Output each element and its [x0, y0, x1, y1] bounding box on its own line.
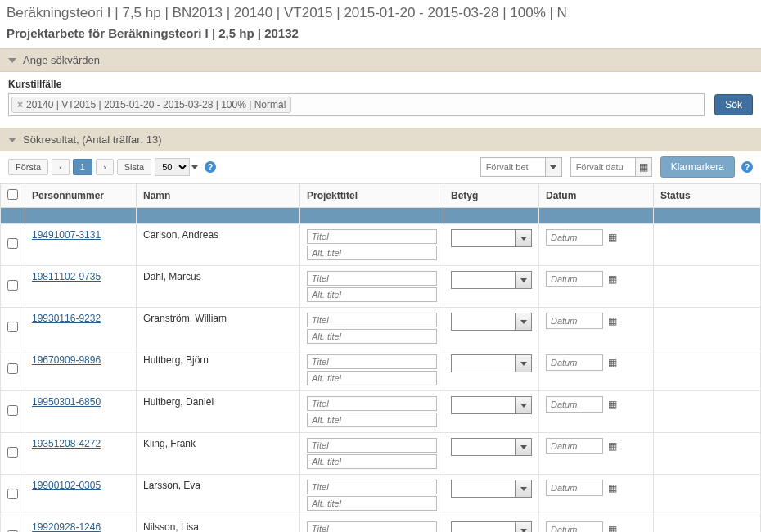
- titel-input[interactable]: [307, 271, 437, 286]
- alt-titel-input[interactable]: [307, 496, 437, 511]
- table-row: 19920928-1246Nilsson, Lisa▦: [1, 516, 761, 533]
- personnummer-link[interactable]: 19491007-3131: [32, 229, 101, 241]
- search-button[interactable]: Sök: [714, 94, 753, 115]
- table-row: 19811102-9735Dahl, Marcus▦: [1, 266, 761, 308]
- page-size-select[interactable]: 50: [155, 158, 190, 176]
- chevron-down-icon: [520, 237, 527, 241]
- calendar-icon[interactable]: ▦: [608, 232, 617, 243]
- col-projekttitel[interactable]: Projekttitel: [300, 184, 444, 208]
- row-checkbox[interactable]: [7, 363, 18, 374]
- status-cell: [654, 308, 761, 349]
- row-checkbox[interactable]: [7, 238, 18, 249]
- personnummer-link[interactable]: 19920928-1246: [32, 521, 101, 532]
- datum-input[interactable]: [546, 313, 603, 329]
- betyg-select[interactable]: [451, 229, 532, 247]
- name-cell: Hultberg, Daniel: [137, 391, 300, 433]
- status-cell: [654, 475, 761, 516]
- calendar-icon[interactable]: ▦: [608, 440, 617, 452]
- alt-titel-input[interactable]: [307, 246, 437, 260]
- default-date-input[interactable]: [571, 158, 635, 176]
- kurstillfalle-input[interactable]: × 20140 | VT2015 | 2015-01-20 - 2015-03-…: [8, 93, 705, 116]
- pager-current[interactable]: 1: [73, 159, 92, 175]
- calendar-icon[interactable]: ▦: [608, 273, 617, 285]
- status-cell: [654, 349, 761, 391]
- betyg-select[interactable]: [451, 313, 532, 331]
- page-size-dropdown-icon[interactable]: [191, 165, 198, 169]
- table-row: 19900102-0305Larsson, Eva▦: [1, 475, 761, 516]
- chevron-down-icon: [520, 529, 527, 533]
- col-namn[interactable]: Namn: [137, 184, 300, 208]
- betyg-select[interactable]: [451, 438, 532, 456]
- alt-titel-input[interactable]: [307, 329, 437, 344]
- select-all-checkbox[interactable]: [7, 189, 18, 200]
- chevron-down-icon: [520, 487, 527, 491]
- results-panel-title: Sökresultat, (Antal träffar: 13): [23, 133, 162, 146]
- alt-titel-input[interactable]: [307, 287, 437, 302]
- name-cell: Hultberg, Björn: [137, 349, 300, 391]
- default-date-combo[interactable]: ▦: [570, 157, 652, 177]
- row-checkbox[interactable]: [7, 405, 18, 416]
- datum-input[interactable]: [546, 229, 603, 246]
- col-status[interactable]: Status: [654, 184, 761, 208]
- titel-input[interactable]: [307, 229, 437, 244]
- table-row: 19351208-4272Kling, Frank▦: [1, 433, 761, 475]
- titel-input[interactable]: [307, 396, 437, 411]
- default-date-picker[interactable]: ▦: [635, 158, 651, 176]
- alt-titel-input[interactable]: [307, 371, 437, 385]
- alt-titel-input[interactable]: [307, 454, 437, 469]
- datum-input[interactable]: [546, 396, 603, 413]
- datum-input[interactable]: [546, 354, 603, 371]
- row-checkbox[interactable]: [7, 489, 18, 499]
- betyg-select[interactable]: [451, 354, 532, 372]
- calendar-icon[interactable]: ▦: [608, 399, 617, 410]
- datum-input[interactable]: [546, 271, 603, 287]
- pager-prev[interactable]: ‹: [52, 159, 70, 175]
- chevron-down-icon: [520, 320, 527, 324]
- betyg-select[interactable]: [451, 396, 532, 414]
- pager-first[interactable]: Första: [8, 159, 48, 175]
- personnummer-link[interactable]: 19670909-9896: [32, 354, 101, 366]
- titel-input[interactable]: [307, 521, 437, 532]
- help-icon[interactable]: ?: [205, 161, 216, 173]
- col-betyg[interactable]: Betyg: [444, 184, 539, 208]
- betyg-select[interactable]: [451, 480, 532, 498]
- titel-input[interactable]: [307, 354, 437, 369]
- calendar-icon[interactable]: ▦: [608, 482, 617, 494]
- calendar-icon[interactable]: ▦: [608, 315, 617, 327]
- row-checkbox[interactable]: [7, 447, 18, 458]
- pager-next[interactable]: ›: [96, 159, 114, 175]
- results-panel-header[interactable]: Sökresultat, (Antal träffar: 13): [0, 128, 761, 151]
- personnummer-link[interactable]: 19900102-0305: [32, 480, 101, 491]
- page-subtitle: Projektarbete för Beräkningsteori I | 2,…: [0, 23, 761, 48]
- alt-titel-input[interactable]: [307, 413, 437, 427]
- default-grade-combo[interactable]: [480, 157, 562, 177]
- default-grade-input[interactable]: [481, 158, 545, 176]
- tag-remove-icon[interactable]: ×: [17, 99, 23, 110]
- name-cell: Larsson, Eva: [137, 475, 300, 516]
- personnummer-link[interactable]: 19811102-9735: [32, 271, 101, 282]
- datum-input[interactable]: [546, 438, 603, 454]
- help-icon[interactable]: ?: [741, 161, 753, 173]
- personnummer-link[interactable]: 19950301-6850: [32, 396, 101, 408]
- status-cell: [654, 266, 761, 308]
- table-row: 19491007-3131Carlson, Andreas▦: [1, 224, 761, 266]
- betyg-select[interactable]: [451, 521, 532, 532]
- calendar-icon[interactable]: ▦: [608, 524, 617, 532]
- datum-input[interactable]: [546, 521, 603, 532]
- titel-input[interactable]: [307, 480, 437, 494]
- personnummer-link[interactable]: 19351208-4272: [32, 438, 101, 449]
- row-checkbox[interactable]: [7, 280, 18, 291]
- pager-last[interactable]: Sista: [117, 159, 151, 175]
- row-checkbox[interactable]: [7, 322, 18, 332]
- personnummer-link[interactable]: 19930116-9232: [32, 313, 101, 324]
- calendar-icon[interactable]: ▦: [608, 357, 617, 368]
- datum-input[interactable]: [546, 480, 603, 496]
- search-panel-header[interactable]: Ange sökvärden: [0, 48, 761, 72]
- titel-input[interactable]: [307, 313, 437, 327]
- default-grade-dropdown[interactable]: [545, 158, 561, 176]
- klarmarkera-button[interactable]: Klarmarkera: [660, 156, 735, 178]
- titel-input[interactable]: [307, 438, 437, 453]
- col-personnummer[interactable]: Personnummer: [25, 184, 137, 208]
- col-datum[interactable]: Datum: [539, 184, 654, 208]
- betyg-select[interactable]: [451, 271, 532, 289]
